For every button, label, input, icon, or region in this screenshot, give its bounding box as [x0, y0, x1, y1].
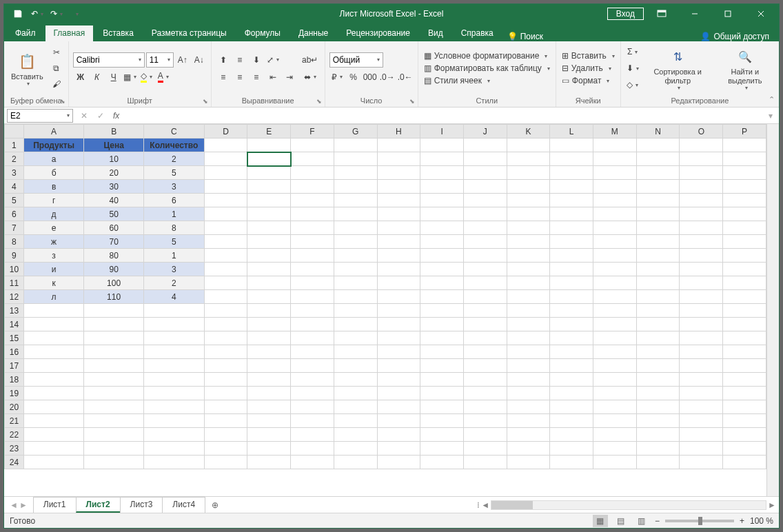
cell-J20[interactable]	[463, 400, 507, 414]
tab-help[interactable]: Справка	[453, 25, 502, 41]
cell-K24[interactable]	[507, 456, 550, 469]
cell-J2[interactable]	[463, 152, 507, 166]
cell-D8[interactable]	[204, 235, 247, 249]
cell-L24[interactable]	[550, 456, 593, 469]
tab-review[interactable]: Рецензирование	[338, 25, 418, 41]
cell-H4[interactable]	[377, 180, 420, 194]
cell-B11[interactable]: 100	[84, 276, 144, 290]
cell-O3[interactable]	[680, 166, 723, 180]
cell-J12[interactable]	[463, 290, 507, 304]
format-painter-icon[interactable]: 🖌	[49, 76, 64, 92]
cell-D3[interactable]	[204, 166, 247, 180]
tab-data[interactable]: Данные	[290, 25, 336, 41]
cell-P14[interactable]	[723, 318, 766, 331]
cell-E24[interactable]	[247, 456, 291, 469]
cell-C14[interactable]	[143, 318, 204, 331]
cell-K20[interactable]	[507, 400, 550, 414]
name-box[interactable]: E2▾	[7, 109, 73, 123]
cell-B24[interactable]	[84, 456, 144, 469]
cell-A18[interactable]	[23, 373, 83, 387]
cell-E12[interactable]	[247, 290, 291, 304]
cell-E4[interactable]	[247, 180, 291, 194]
font-size-combo[interactable]: 11▾	[146, 52, 174, 68]
col-header-B[interactable]: B	[84, 125, 144, 139]
cell-O13[interactable]	[680, 304, 723, 318]
cell-P3[interactable]	[723, 166, 766, 180]
cell-A10[interactable]: и	[23, 263, 83, 276]
cell-J15[interactable]	[463, 331, 507, 345]
cell-B18[interactable]	[84, 373, 144, 387]
cell-O20[interactable]	[680, 400, 723, 414]
cell-C9[interactable]: 1	[143, 249, 204, 263]
cell-I10[interactable]	[420, 263, 464, 276]
cell-O2[interactable]	[680, 152, 723, 166]
cell-E16[interactable]	[247, 345, 291, 359]
cell-E3[interactable]	[247, 166, 291, 180]
cell-K19[interactable]	[507, 387, 550, 400]
row-header-7[interactable]: 7	[5, 221, 24, 235]
cell-M22[interactable]	[593, 428, 636, 442]
cell-I18[interactable]	[420, 373, 464, 387]
cell-G22[interactable]	[334, 428, 377, 442]
cell-I2[interactable]	[420, 152, 464, 166]
cell-M5[interactable]	[593, 194, 636, 207]
cell-I12[interactable]	[420, 290, 464, 304]
cell-J23[interactable]	[463, 442, 507, 456]
find-select-button[interactable]: 🔍 Найти и выделить▾	[715, 44, 775, 92]
cell-K2[interactable]	[507, 152, 550, 166]
cell-G20[interactable]	[334, 400, 377, 414]
cell-M20[interactable]	[593, 400, 636, 414]
cell-I14[interactable]	[420, 318, 464, 331]
cell-M8[interactable]	[593, 235, 636, 249]
cell-M14[interactable]	[593, 318, 636, 331]
align-center-icon[interactable]: ≡	[232, 70, 247, 85]
cell-D23[interactable]	[204, 442, 247, 456]
cell-D9[interactable]	[204, 249, 247, 263]
cell-P7[interactable]	[723, 221, 766, 235]
cell-F12[interactable]	[291, 290, 334, 304]
cell-M9[interactable]	[593, 249, 636, 263]
cell-F16[interactable]	[291, 345, 334, 359]
cell-B3[interactable]: 20	[84, 166, 144, 180]
cell-J1[interactable]	[463, 139, 507, 152]
cell-H7[interactable]	[377, 221, 420, 235]
row-header-10[interactable]: 10	[5, 263, 24, 276]
cell-M19[interactable]	[593, 387, 636, 400]
cell-P1[interactable]	[723, 139, 766, 152]
cell-F7[interactable]	[291, 221, 334, 235]
cell-J13[interactable]	[463, 304, 507, 318]
sheet-nav-prev-icon[interactable]: ◄	[10, 500, 18, 510]
cell-J5[interactable]	[463, 194, 507, 207]
cell-A8[interactable]: ж	[23, 235, 83, 249]
cell-B17[interactable]	[84, 359, 144, 373]
cell-F13[interactable]	[291, 304, 334, 318]
col-header-C[interactable]: C	[143, 125, 204, 139]
cell-L6[interactable]	[550, 207, 593, 221]
cell-H8[interactable]	[377, 235, 420, 249]
cell-H3[interactable]	[377, 166, 420, 180]
cell-H12[interactable]	[377, 290, 420, 304]
cell-G3[interactable]	[334, 166, 377, 180]
cell-I16[interactable]	[420, 345, 464, 359]
cell-L14[interactable]	[550, 318, 593, 331]
cell-N20[interactable]	[636, 400, 680, 414]
cell-I5[interactable]	[420, 194, 464, 207]
cell-I1[interactable]	[420, 139, 464, 152]
cell-M10[interactable]	[593, 263, 636, 276]
cell-L4[interactable]	[550, 180, 593, 194]
cell-F17[interactable]	[291, 359, 334, 373]
cell-K10[interactable]	[507, 263, 550, 276]
cell-L7[interactable]	[550, 221, 593, 235]
tab-page-layout[interactable]: Разметка страницы	[143, 25, 235, 41]
cell-C19[interactable]	[143, 387, 204, 400]
expand-formula-icon[interactable]: ▾	[762, 109, 779, 123]
align-top-icon[interactable]: ⬆	[216, 52, 231, 68]
cell-P13[interactable]	[723, 304, 766, 318]
cell-L12[interactable]	[550, 290, 593, 304]
cell-B2[interactable]: 10	[84, 152, 144, 166]
cell-F22[interactable]	[291, 428, 334, 442]
cell-O15[interactable]	[680, 331, 723, 345]
cell-K4[interactable]	[507, 180, 550, 194]
cell-G9[interactable]	[334, 249, 377, 263]
cell-N8[interactable]	[636, 235, 680, 249]
